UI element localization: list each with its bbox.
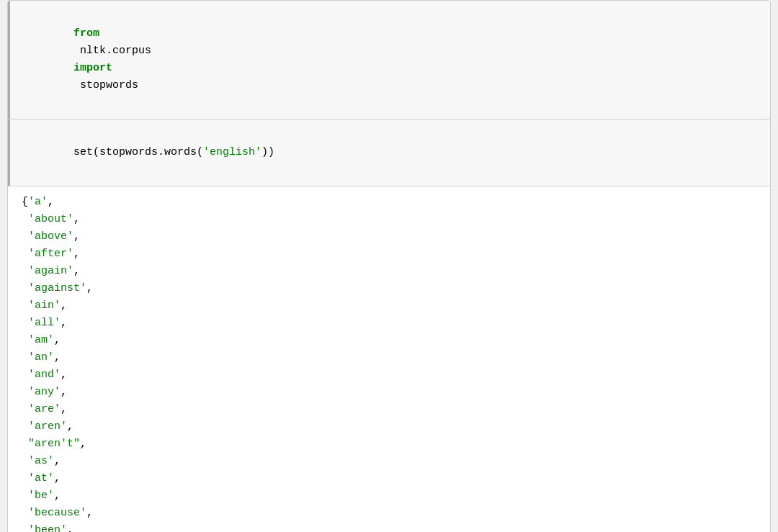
out-line-10: 'an', (22, 349, 759, 366)
out-line-20: 'been', (22, 522, 759, 532)
code-set-close: )) (261, 146, 274, 158)
cell-3: {'a', 'about', 'above', 'after', 'again'… (8, 186, 770, 532)
string-english-1: 'english' (203, 146, 261, 158)
out-line-18: 'be', (22, 487, 759, 505)
out-line-1: {'a', (22, 194, 759, 211)
out-line-13: 'are', (22, 401, 759, 418)
out-line-5: 'again', (22, 263, 759, 280)
out-line-16: 'as', (22, 453, 759, 470)
out-line-3: 'above', (22, 228, 759, 245)
cell-2: set(stopwords.words('english')) (8, 120, 770, 186)
out-line-2: 'about', (22, 211, 759, 228)
out-line-7: 'ain', (22, 297, 759, 315)
code-plain-1: nltk.corpus (73, 45, 158, 57)
notebook-container: from nltk.corpus import stopwords set(st… (7, 0, 771, 532)
out-line-15: "aren't", (22, 436, 759, 453)
code-plain-2: stopwords (73, 79, 138, 91)
code-set-open: set(stopwords.words( (73, 146, 203, 158)
out-line-19: 'because', (22, 505, 759, 522)
out-line-9: 'am', (22, 332, 759, 349)
out-line-8: 'all', (22, 315, 759, 332)
cell-2-input[interactable]: set(stopwords.words('english')) (8, 120, 770, 186)
out-line-4: 'after', (22, 245, 759, 263)
out-line-11: 'and', (22, 366, 759, 384)
cell-1: from nltk.corpus import stopwords (8, 1, 770, 120)
cell-3-output: {'a', 'about', 'above', 'after', 'again'… (8, 186, 770, 532)
keyword-from: from (73, 27, 99, 40)
out-line-17: 'at', (22, 470, 759, 487)
cell-1-input[interactable]: from nltk.corpus import stopwords (8, 1, 770, 119)
out-line-12: 'any', (22, 384, 759, 401)
code-line-set: set(stopwords.words('english')) (22, 127, 759, 179)
out-line-6: 'against', (22, 280, 759, 297)
keyword-import: import (73, 62, 112, 74)
code-line-import: from nltk.corpus import stopwords (22, 8, 759, 112)
out-line-14: 'aren', (22, 418, 759, 436)
